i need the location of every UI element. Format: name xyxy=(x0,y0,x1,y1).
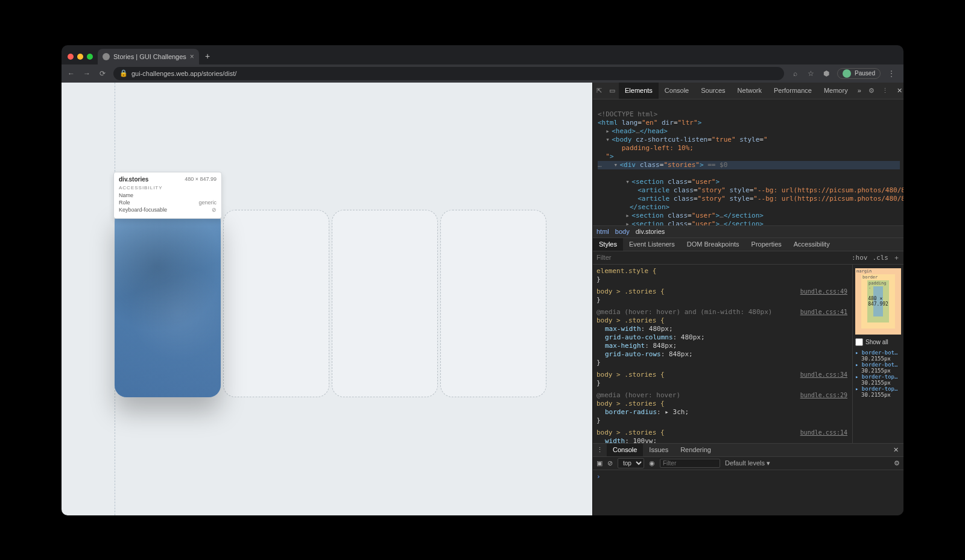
css-rule[interactable]: @media (hover: hover) and (min-width: 48… xyxy=(596,308,849,367)
computed-item[interactable]: ▸ border-bot…30.2155px xyxy=(855,362,901,374)
tab-performance[interactable]: Performance xyxy=(768,83,818,99)
tab-elements[interactable]: Elements xyxy=(619,83,659,99)
computed-pane[interactable]: margin- border padding - 480 × 847.992 S… xyxy=(853,265,903,443)
css-rule[interactable]: body > .stories {bundle.css:14width: 100… xyxy=(596,429,849,443)
crumb-body[interactable]: body xyxy=(615,228,630,235)
css-rule[interactable]: element.style {} xyxy=(596,267,849,284)
forward-button[interactable]: → xyxy=(82,69,92,78)
inspect-tooltip: div.stories 480 × 847.99 ACCESSIBILITY N… xyxy=(113,172,222,219)
console-prompt: › xyxy=(596,473,601,480)
hov-toggle[interactable]: :hov xyxy=(852,254,868,262)
minimize-window-icon[interactable] xyxy=(77,54,83,60)
address-bar[interactable]: 🔒 gui-challenges.web.app/stories/dist/ xyxy=(113,67,784,80)
styles-filter-row: :hov .cls ＋ xyxy=(593,251,903,265)
tab-title: Stories | GUI Challenges xyxy=(113,53,186,60)
tabs-overflow-icon[interactable]: » xyxy=(854,87,865,94)
close-window-icon[interactable] xyxy=(68,54,74,60)
live-expression-icon[interactable]: ◉ xyxy=(649,459,655,467)
context-select[interactable]: top xyxy=(618,458,644,468)
devtools-kebab-icon[interactable]: ⋮ xyxy=(878,87,892,95)
new-tab-button[interactable]: + xyxy=(199,51,216,64)
tab-sources[interactable]: Sources xyxy=(695,83,731,99)
clear-console-icon[interactable]: ⊘ xyxy=(607,459,613,467)
avatar-icon xyxy=(843,69,851,78)
story-card-placeholder[interactable] xyxy=(332,210,438,397)
new-rule-button[interactable]: ＋ xyxy=(893,253,900,262)
drawer-kebab-icon[interactable]: ⋮ xyxy=(593,446,607,454)
computed-list: ▸ border-bot…30.2155px▸ border-bot…30.21… xyxy=(855,350,901,398)
page-viewport[interactable]: div.stories 480 × 847.99 ACCESSIBILITY N… xyxy=(62,83,592,515)
drawer-tab-issues[interactable]: Issues xyxy=(643,444,674,456)
crumb-html[interactable]: html xyxy=(596,228,609,235)
dom-line[interactable]: <body cz-shortcut-listen="true" style=" xyxy=(612,136,767,143)
console-filter-input[interactable] xyxy=(660,459,720,468)
url-text: gui-challenges.web.app/stories/dist/ xyxy=(131,70,236,77)
subtab-properties[interactable]: Properties xyxy=(745,238,788,251)
tooltip-dims: 480 × 847.99 xyxy=(185,176,217,183)
tab-network[interactable]: Network xyxy=(732,83,768,99)
computed-item[interactable]: ▸ border-top…30.2155px xyxy=(855,386,901,398)
stories-track xyxy=(115,201,546,397)
profile-label: Paused xyxy=(855,70,875,77)
bookmark-star-icon[interactable]: ☆ xyxy=(806,69,815,78)
computed-item[interactable]: ▸ border-bot…30.2155px xyxy=(855,350,901,362)
subtab-styles[interactable]: Styles xyxy=(593,238,623,251)
console-settings-icon[interactable]: ⚙ xyxy=(894,459,900,467)
console-drawer: ⋮ Console Issues Rendering ✕ ▣ ⊘ top ◉ D… xyxy=(593,443,903,515)
browser-tab[interactable]: Stories | GUI Challenges × xyxy=(98,49,199,64)
subtab-accessibility[interactable]: Accessibility xyxy=(788,238,836,251)
back-button[interactable]: ← xyxy=(66,69,76,78)
lock-icon: 🔒 xyxy=(119,69,128,77)
browser-window: Stories | GUI Challenges × + ← → ⟳ 🔒 gui… xyxy=(62,45,903,515)
subtab-dom-breakpoints[interactable]: DOM Breakpoints xyxy=(681,238,745,251)
dom-breadcrumb: html body div.stories xyxy=(593,226,903,238)
box-model: margin- border padding - 480 × 847.992 xyxy=(855,268,901,335)
device-toggle-icon[interactable]: ▭ xyxy=(606,87,619,95)
chrome-menu-icon[interactable]: ⋮ xyxy=(887,69,896,78)
css-rule[interactable]: body > .stories {bundle.css:49} xyxy=(596,288,849,304)
console-body[interactable]: › xyxy=(593,470,903,515)
dom-line[interactable]: <head>…</head> xyxy=(612,127,668,135)
settings-gear-icon[interactable]: ⚙ xyxy=(865,87,878,95)
tooltip-role-value: generic xyxy=(198,200,217,206)
tooltip-role-label: Role xyxy=(119,200,130,206)
reload-button[interactable]: ⟳ xyxy=(98,69,107,78)
toolbar-right: ⌕ ☆ ⬢ Paused ⋮ xyxy=(790,68,899,79)
tooltip-kf-value: ⊘ xyxy=(212,207,217,213)
extension-icon[interactable]: ⬢ xyxy=(821,69,831,78)
show-all-toggle[interactable]: Show all xyxy=(855,338,901,346)
inspect-element-icon[interactable]: ⇱ xyxy=(593,87,606,95)
show-all-checkbox[interactable] xyxy=(855,338,863,346)
tab-console[interactable]: Console xyxy=(659,83,695,99)
dom-line[interactable]: <html lang="en" dir="ltr"> xyxy=(598,119,701,127)
styles-filter-input[interactable] xyxy=(596,254,847,261)
subtab-event-listeners[interactable]: Event Listeners xyxy=(623,238,681,251)
tab-memory[interactable]: Memory xyxy=(818,83,854,99)
drawer-tab-console[interactable]: Console xyxy=(607,444,643,456)
dom-line[interactable]: <!DOCTYPE html> xyxy=(598,110,657,118)
css-rule[interactable]: @media (hover: hover)body > .stories {bu… xyxy=(596,391,849,425)
log-levels-select[interactable]: Default levels ▾ xyxy=(725,459,770,467)
story-card-placeholder[interactable] xyxy=(440,210,546,397)
dom-tree[interactable]: <!DOCTYPE html> <html lang="en" dir="ltr… xyxy=(593,99,903,226)
cls-toggle[interactable]: .cls xyxy=(873,254,889,262)
zoom-window-icon[interactable] xyxy=(87,54,93,60)
search-icon[interactable]: ⌕ xyxy=(790,69,800,78)
styles-subtabs: Styles Event Listeners DOM Breakpoints P… xyxy=(593,238,903,251)
computed-item[interactable]: ▸ border-top…30.2155px xyxy=(855,374,901,386)
window-controls xyxy=(65,54,98,64)
close-tab-icon[interactable]: × xyxy=(190,52,194,61)
drawer-close-icon[interactable]: ✕ xyxy=(888,446,903,454)
stories-container xyxy=(115,83,592,515)
dom-style-value: padding-left: 10%; xyxy=(622,144,694,152)
story-card-placeholder[interactable] xyxy=(223,210,329,397)
css-rule[interactable]: body > .stories {bundle.css:34} xyxy=(596,371,849,388)
drawer-tabbar: ⋮ Console Issues Rendering ✕ xyxy=(593,444,903,457)
styles-pane[interactable]: element.style {}body > .stories {bundle.… xyxy=(593,265,853,443)
drawer-tab-rendering[interactable]: Rendering xyxy=(674,444,717,456)
crumb-current[interactable]: div.stories xyxy=(636,228,665,235)
profile-chip[interactable]: Paused xyxy=(837,68,881,79)
story-card-active[interactable] xyxy=(115,210,221,397)
console-sidebar-toggle-icon[interactable]: ▣ xyxy=(596,459,603,467)
devtools-close-icon[interactable]: ✕ xyxy=(892,87,903,95)
